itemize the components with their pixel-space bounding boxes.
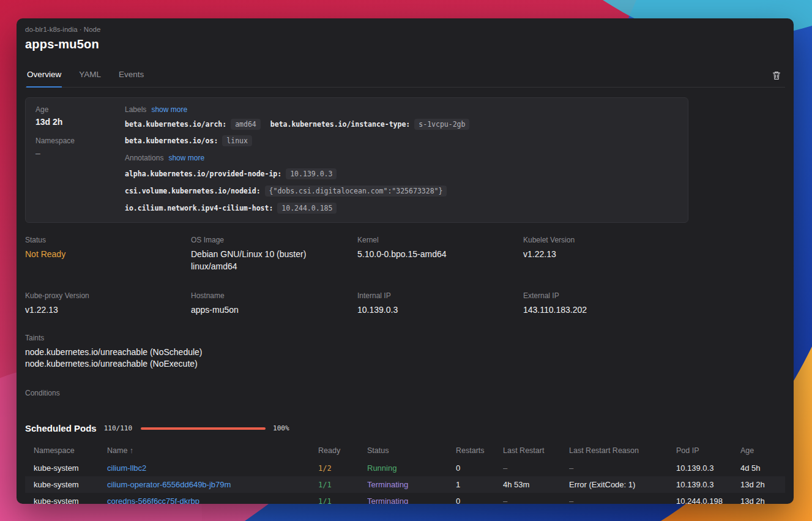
table-row[interactable]: kube-system cilium-operator-6556dd649b-j… [25,476,785,493]
tab-events[interactable]: Events [118,66,144,88]
annotation-value: {"dobs.csi.digitalocean.com":"325673328"… [265,186,447,197]
kube-proxy-version-label: Kube-proxy Version [25,291,191,300]
col-last-restart[interactable]: Last Restart [503,446,569,455]
cell-ready: 1/1 [318,481,367,489]
node-info-grid: Status Not Ready OS Image Debian GNU/Lin… [25,236,785,316]
cell-restarts: 0 [456,463,503,473]
page-title: apps-mu5on [25,37,785,51]
annotation-key: io.cilium.network.ipv4-cilium-host: [125,204,273,212]
taint-value: node.kubernetes.io/unreachable (NoSchedu… [25,347,785,358]
age-label: Age [35,105,125,114]
col-ready[interactable]: Ready [318,446,367,455]
pods-table: Namespace Name ↑ Ready Status Restarts L… [25,441,785,504]
pod-name-link[interactable]: coredns-566f6cc75f-dkrbp [107,497,199,504]
cell-last-restart: – [503,463,569,473]
table-row[interactable]: kube-system coredns-566f6cc75f-dkrbp 1/1… [25,493,785,504]
labels-show-more-link[interactable]: show more [151,105,187,114]
cell-age: 13d 2h [740,497,785,504]
cell-status: Running [367,463,456,473]
taints-label: Taints [25,334,785,342]
cell-pod-ip: 10.139.0.3 [676,480,740,489]
cell-last-restart: 4h 53m [503,480,569,489]
annotation-key: alpha.kubernetes.io/provided-node-ip: [125,170,281,178]
scheduled-pods-progress-bar [141,427,266,430]
col-namespace[interactable]: Namespace [25,446,107,455]
col-restarts[interactable]: Restarts [456,446,503,455]
annotation-row: io.cilium.network.ipv4-cilium-host: 10.2… [125,202,678,214]
label-value: s-1vcpu-2gb [414,119,469,130]
breadcrumb: do-blr1-k8s-india · Node [25,26,785,33]
external-ip-value: 143.110.183.202 [523,304,785,316]
cell-pod-ip: 10.244.0.198 [676,497,740,504]
cell-ready: 1/1 [318,497,367,504]
os-image-value: Debian GNU/Linux 10 (buster) linux/amd64 [191,248,321,273]
cell-age: 4d 5h [740,463,785,473]
taint-value: node.kubernetes.io/unreachable (NoExecut… [25,358,785,370]
os-image-label: OS Image [191,236,357,244]
cell-restarts: 0 [456,497,503,504]
namespace-value: – [35,148,125,158]
hostname-value: apps-mu5on [191,304,357,316]
kernel-value: 5.10.0-0.bpo.15-amd64 [357,248,523,260]
namespace-label: Namespace [35,137,125,145]
col-age[interactable]: Age [740,446,785,455]
age-value: 13d 2h [35,117,125,127]
internal-ip-label: Internal IP [357,291,523,300]
kubelet-version-label: Kubelet Version [523,236,785,244]
label-value: amd64 [231,119,261,130]
internal-ip-value: 10.139.0.3 [357,304,523,316]
table-row[interactable]: kube-system cilium-llbc2 1/2 Running 0 –… [25,460,785,476]
tab-yaml[interactable]: YAML [78,66,102,88]
conditions-label: Conditions [25,389,785,397]
label-chip: beta.kubernetes.io/instance-type: s-1vcp… [270,119,470,130]
cell-ready: 1/2 [318,464,367,473]
cell-age: 13d 2h [740,480,785,489]
label-key: beta.kubernetes.io/os: [125,137,218,145]
annotations-show-more-link[interactable]: show more [168,154,204,162]
annotation-key: csi.volume.kubernetes.io/nodeid: [125,187,261,195]
external-ip-label: External IP [523,291,785,300]
annotations-label: Annotations [125,154,163,162]
col-last-restart-reason[interactable]: Last Restart Reason [569,446,676,455]
pods-table-header: Namespace Name ↑ Ready Status Restarts L… [25,441,785,460]
labels-list: beta.kubernetes.io/arch: amd64 beta.kube… [125,119,492,146]
kernel-label: Kernel [357,236,523,244]
conditions-section: Conditions [25,389,785,397]
col-status[interactable]: Status [367,446,456,455]
label-value: linux [222,135,252,146]
cell-restarts: 1 [456,480,503,489]
cell-status: Terminating [367,480,456,489]
col-name-sorted[interactable]: Name ↑ [107,446,318,455]
delete-node-button[interactable] [769,68,784,83]
node-detail-window: do-blr1-k8s-india · Node apps-mu5on Over… [17,18,794,504]
annotation-row: alpha.kubernetes.io/provided-node-ip: 10… [125,168,678,179]
kube-proxy-version-value: v1.22.13 [25,304,191,316]
hostname-label: Hostname [191,291,357,300]
tab-bar: Overview YAML Events [25,66,785,88]
scheduled-pods-count: 110/110 [104,424,132,432]
status-value: Not Ready [25,248,191,260]
annotation-row: csi.volume.kubernetes.io/nodeid: {"dobs.… [125,185,678,197]
cell-reason: – [569,463,676,473]
label-chip: beta.kubernetes.io/arch: amd64 [125,119,261,130]
tab-overview[interactable]: Overview [26,66,62,88]
label-key: beta.kubernetes.io/instance-type: [270,120,410,129]
node-meta-card: Age 13d 2h Namespace – Labels show more … [25,97,688,223]
scheduled-pods-percent: 100% [273,424,289,432]
labels-label: Labels [125,105,146,114]
cell-status: Terminating [367,497,456,504]
taints-section: Taints node.kubernetes.io/unreachable (N… [25,334,785,369]
kubelet-version-value: v1.22.13 [523,248,785,260]
cell-namespace: kube-system [25,497,107,504]
pod-name-link[interactable]: cilium-llbc2 [107,463,146,473]
cell-namespace: kube-system [25,463,107,473]
status-label: Status [25,236,191,244]
cell-last-restart: – [503,497,569,504]
col-pod-ip[interactable]: Pod IP [676,446,740,455]
cell-reason: – [569,497,676,504]
cell-namespace: kube-system [25,480,107,489]
label-chip: beta.kubernetes.io/os: linux [125,135,252,146]
annotation-value: 10.139.0.3 [286,168,337,179]
pod-name-link[interactable]: cilium-operator-6556dd649b-jb79m [107,480,231,489]
trash-icon [772,70,781,81]
